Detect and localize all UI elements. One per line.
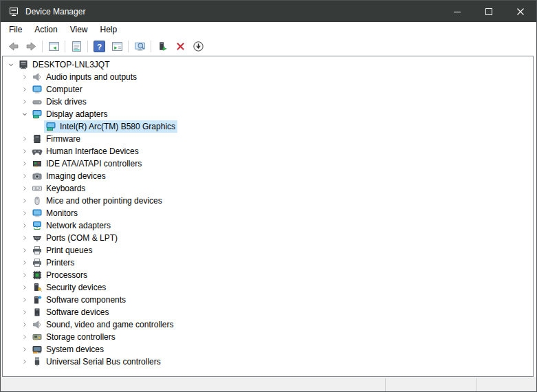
- close-button[interactable]: [505, 1, 536, 22]
- statusbar-pane: [1, 378, 385, 391]
- tree-item-label: Monitors: [46, 208, 80, 218]
- ide-controller-icon: [32, 158, 43, 169]
- tree-item[interactable]: Security devices: [3, 281, 533, 294]
- menu-file[interactable]: File: [3, 23, 28, 36]
- chevron-right-icon[interactable]: [19, 344, 30, 355]
- disable-device-button[interactable]: [189, 39, 207, 55]
- chevron-right-icon[interactable]: [19, 257, 30, 268]
- tree-item-content: Disk drives: [30, 96, 89, 108]
- uninstall-device-button[interactable]: [171, 39, 189, 55]
- tree-item-label: Imaging devices: [46, 171, 108, 181]
- tree-item[interactable]: Audio inputs and outputs: [3, 71, 533, 83]
- tree-item[interactable]: Firmware: [3, 133, 533, 145]
- tree-item[interactable]: Human Interface Devices: [3, 145, 533, 157]
- tree-item[interactable]: Display adapters: [3, 108, 533, 120]
- tree-item-label: Software components: [46, 295, 128, 305]
- tree-item[interactable]: Universal Serial Bus controllers: [3, 356, 533, 368]
- forward-arrow-icon: [25, 41, 37, 52]
- tree-item-content: Printers: [30, 257, 76, 269]
- tree-item-label: Storage controllers: [46, 332, 118, 342]
- chevron-right-icon[interactable]: [19, 319, 30, 330]
- display-adapter-icon: [45, 121, 56, 132]
- back-arrow-icon: [8, 41, 19, 52]
- network-adapter-icon: [32, 220, 43, 231]
- tree-item-label: Universal Serial Bus controllers: [46, 357, 163, 367]
- tree-item-content: Computer: [30, 83, 85, 96]
- processor-icon: [32, 270, 43, 281]
- menu-view[interactable]: View: [64, 23, 94, 36]
- tree-item[interactable]: Mice and other pointing devices: [3, 195, 533, 207]
- tree-item[interactable]: Intel(R) Arc(TM) B580 Graphics: [3, 120, 533, 133]
- scan-hardware-icon: [134, 41, 146, 52]
- chevron-right-icon[interactable]: [19, 133, 30, 144]
- chevron-spacer: [33, 121, 44, 132]
- tree-item[interactable]: DESKTOP-LNL3JQT: [3, 58, 533, 71]
- help-button[interactable]: ?: [90, 39, 108, 55]
- scan-hardware-changes-button[interactable]: [131, 39, 149, 55]
- tree-item-content: Imaging devices: [30, 170, 108, 182]
- tree-item[interactable]: IDE ATA/ATAPI controllers: [3, 157, 533, 170]
- tree-item[interactable]: Sound, video and game controllers: [3, 318, 533, 331]
- software-device-icon: [32, 307, 43, 318]
- chevron-right-icon[interactable]: [19, 294, 30, 305]
- tree-item-label: Computer: [46, 85, 85, 94]
- minimize-icon: [454, 8, 461, 15]
- chevron-right-icon[interactable]: [19, 356, 30, 367]
- tree-item[interactable]: Ports (COM & LPT): [3, 232, 533, 244]
- chevron-right-icon[interactable]: [19, 84, 30, 95]
- speaker-icon: [32, 319, 43, 330]
- help-icon: ?: [94, 41, 105, 52]
- minimize-button[interactable]: [441, 1, 473, 22]
- chevron-down-icon[interactable]: [19, 109, 30, 120]
- menu-help[interactable]: Help: [94, 23, 124, 36]
- chevron-right-icon[interactable]: [19, 208, 30, 219]
- tree-item[interactable]: Imaging devices: [3, 170, 533, 182]
- chevron-right-icon[interactable]: [19, 195, 30, 206]
- speaker-icon: [32, 72, 43, 83]
- tree-item[interactable]: Printers: [3, 257, 533, 269]
- update-driver-button[interactable]: [153, 39, 171, 55]
- chevron-right-icon[interactable]: [19, 72, 30, 83]
- chevron-right-icon[interactable]: [19, 245, 30, 256]
- back-button[interactable]: [4, 39, 22, 55]
- chevron-right-icon[interactable]: [19, 171, 30, 182]
- tree-item[interactable]: Disk drives: [3, 96, 533, 108]
- chevron-right-icon[interactable]: [19, 220, 30, 231]
- tree-item[interactable]: Print queues: [3, 244, 533, 257]
- imaging-device-icon: [32, 171, 43, 182]
- chevron-down-icon[interactable]: [6, 59, 17, 70]
- monitor-icon: [32, 208, 43, 219]
- tree-item[interactable]: Monitors: [3, 207, 533, 219]
- tree-item-label: Network adapters: [46, 221, 113, 230]
- menu-action[interactable]: Action: [28, 23, 63, 36]
- forward-button[interactable]: [22, 39, 40, 55]
- console-tree-button[interactable]: [45, 39, 63, 55]
- chevron-right-icon[interactable]: [19, 158, 30, 169]
- tree-item-label: Firmware: [46, 134, 83, 144]
- tree-item-label: Audio inputs and outputs: [46, 72, 139, 82]
- tree-item[interactable]: Software components: [3, 294, 533, 306]
- tree-item[interactable]: Keyboards: [3, 182, 533, 195]
- chevron-right-icon[interactable]: [19, 307, 30, 318]
- tree-item[interactable]: Software devices: [3, 306, 533, 318]
- chevron-right-icon[interactable]: [19, 146, 30, 157]
- chevron-right-icon[interactable]: [19, 232, 30, 243]
- maximize-button[interactable]: [473, 1, 505, 22]
- tree-item-label: Human Interface Devices: [46, 146, 141, 156]
- tree-item-content: Monitors: [30, 207, 80, 219]
- properties-button[interactable]: [67, 39, 85, 55]
- device-tree: DESKTOP-LNL3JQTAudio inputs and outputsC…: [3, 56, 533, 368]
- action-pane-button[interactable]: [108, 39, 126, 55]
- svg-text:?: ?: [96, 42, 101, 51]
- tree-item[interactable]: Storage controllers: [3, 331, 533, 343]
- tree-item[interactable]: Processors: [3, 269, 533, 281]
- tree-item[interactable]: System devices: [3, 343, 533, 356]
- tree-item[interactable]: Network adapters: [3, 219, 533, 232]
- device-manager-window: Device Manager File Action View Help ? D…: [0, 0, 537, 392]
- chevron-right-icon[interactable]: [19, 331, 30, 342]
- chevron-right-icon[interactable]: [19, 282, 30, 293]
- chevron-right-icon[interactable]: [19, 270, 30, 281]
- tree-item[interactable]: Computer: [3, 83, 533, 96]
- chevron-right-icon[interactable]: [19, 183, 30, 194]
- chevron-right-icon[interactable]: [19, 96, 30, 107]
